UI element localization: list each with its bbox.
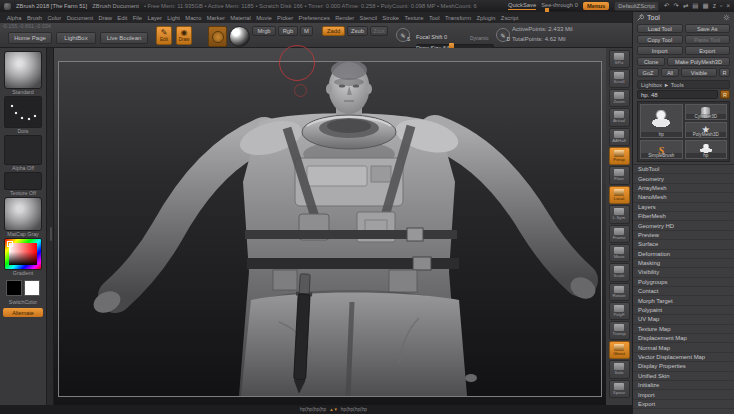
zoom-button[interactable]: Zoom — [609, 89, 630, 107]
subpalette-header[interactable]: Morph Target — [633, 296, 734, 305]
subpalette-header[interactable]: Preview — [633, 231, 734, 240]
goz-all-button[interactable]: All — [661, 68, 679, 77]
subpalette-header[interactable]: FiberMesh — [633, 212, 734, 221]
redo-icon[interactable]: ↷ — [673, 3, 678, 10]
current-brush-thumbnail[interactable] — [4, 51, 42, 89]
transp-button[interactable]: Transp — [609, 321, 630, 339]
subpalette-header[interactable]: Vector Displacement Map — [633, 353, 734, 362]
pen-pressure-size-button[interactable]: ✎S — [396, 28, 410, 42]
actual-button[interactable]: Actual — [609, 108, 630, 126]
menu-item[interactable]: Marker — [204, 15, 227, 21]
subpalette-header[interactable]: Normal Map — [633, 343, 734, 352]
menu-item[interactable]: Preferences — [296, 15, 333, 21]
grid-icon[interactable]: ▦ — [702, 3, 708, 10]
menu-item[interactable]: Texture — [402, 15, 426, 21]
gear-icon[interactable] — [723, 14, 730, 21]
m-button[interactable]: M — [300, 26, 313, 36]
undo-icon[interactable]: ↶ — [664, 3, 669, 10]
switch-color-button[interactable]: SwitchColor — [9, 299, 37, 306]
menu-item[interactable]: Material — [228, 15, 254, 21]
menus-button[interactable]: Menus — [583, 2, 609, 10]
subpalette-header[interactable]: Polygroups — [633, 278, 734, 287]
subpalette-header[interactable]: Visibility — [633, 268, 734, 277]
menu-item[interactable]: Zplugin — [474, 15, 498, 21]
tool-thumbnail-hp[interactable]: hp — [685, 140, 728, 159]
current-material-preview[interactable] — [229, 26, 250, 47]
tool-thumbnail-simplebrush[interactable]: S SimpleBrush — [640, 140, 683, 159]
floor-button[interactable]: Floor — [609, 166, 630, 184]
subpalette-header[interactable]: Deformation — [633, 250, 734, 259]
menu-item[interactable]: Layer — [145, 15, 165, 21]
panels-icon[interactable]: ▤ — [692, 3, 698, 10]
menu-item[interactable]: Macro — [183, 15, 204, 21]
close-window-icon[interactable]: × — [726, 3, 730, 10]
tool-palette-header[interactable]: Tool — [633, 12, 734, 23]
move3d-button[interactable]: Move — [609, 244, 630, 262]
edit-button[interactable]: ✎ Edit — [156, 26, 172, 45]
menu-item[interactable]: Draw — [96, 15, 115, 21]
menu-item[interactable]: Stencil — [357, 15, 380, 21]
sculptris-pro-button[interactable] — [208, 26, 227, 47]
subpalette-header[interactable]: Display Properties — [633, 362, 734, 371]
current-tool-thumbnail[interactable]: hp — [640, 104, 683, 138]
current-stroke-thumbnail[interactable] — [4, 96, 42, 128]
zsub-button[interactable]: Zsub — [347, 26, 368, 36]
z-intensity-slider[interactable]: Z Intensity 25 — [312, 38, 390, 47]
subpalette-header[interactable]: Layers — [633, 203, 734, 212]
subpalette-header[interactable]: Import — [633, 390, 734, 399]
menu-item[interactable]: Tool — [426, 15, 442, 21]
scale3d-button[interactable]: Scale — [609, 263, 630, 281]
subpalette-header[interactable]: Polypaint — [633, 306, 734, 315]
zoom-z-icon[interactable]: z — [713, 3, 716, 10]
dynamic-label[interactable]: Dynamic — [470, 36, 489, 41]
rgb-button[interactable]: Rgb — [278, 26, 298, 36]
color-picker[interactable] — [4, 238, 42, 270]
current-material-thumbnail[interactable] — [4, 197, 42, 231]
save-as-button[interactable]: Save As — [685, 24, 731, 33]
tray-divider[interactable] — [46, 48, 54, 405]
goz-button[interactable]: GoZ — [637, 68, 659, 77]
tool-name-field[interactable]: hp. 48 — [637, 90, 718, 99]
subpalette-header[interactable]: Texture Map — [633, 325, 734, 334]
subpalette-header[interactable]: Unified Skin — [633, 372, 734, 381]
spix-button[interactable]: SPix — [609, 50, 630, 68]
goz-r-button[interactable]: R — [719, 68, 730, 77]
subtool-up-down-arrows[interactable]: ▲▼ — [329, 407, 338, 412]
ghost-button[interactable]: Ghost — [609, 341, 630, 359]
menu-item[interactable]: Picker — [274, 15, 295, 21]
subpalette-header[interactable]: Surface — [633, 240, 734, 249]
current-texture-thumbnail[interactable] — [4, 172, 42, 190]
clone-button[interactable]: Clone — [637, 57, 665, 66]
menu-item[interactable]: Brush — [24, 15, 45, 21]
gradient-toggle[interactable]: Gradient — [13, 270, 33, 277]
zadd-button[interactable]: Zadd — [322, 26, 345, 36]
menu-item[interactable]: Alpha — [4, 15, 24, 21]
menu-item[interactable]: Document — [64, 15, 96, 21]
goz-visible-button[interactable]: Visible — [681, 68, 717, 77]
home-page-button[interactable]: Home Page — [8, 32, 52, 44]
make-polymesh3d-button[interactable]: Make PolyMesh3D — [667, 57, 730, 66]
import-button[interactable]: Import — [637, 46, 683, 55]
frame-button[interactable]: Frame — [609, 225, 630, 243]
subpalette-header[interactable]: UV Map — [633, 315, 734, 324]
menu-item[interactable]: Zscript — [498, 15, 521, 21]
subpalette-header[interactable]: ArrayMesh — [633, 184, 734, 193]
document-canvas[interactable] — [54, 48, 606, 405]
polyf-button[interactable]: PolyF — [609, 302, 630, 320]
menu-item[interactable]: Render — [332, 15, 356, 21]
alternate-button[interactable]: Alternate — [3, 308, 43, 317]
lightbox-tools-bar[interactable]: Lightbox ► Tools — [637, 80, 730, 89]
local-button[interactable]: Local — [609, 186, 630, 204]
zcut-button[interactable]: Zcut — [370, 26, 388, 36]
load-tool-button[interactable]: Load Tool — [637, 24, 683, 33]
subpalette-header[interactable]: Initialize — [633, 381, 734, 390]
subpalette-header[interactable]: NanoMesh — [633, 193, 734, 202]
subpalette-header[interactable]: Geometry HD — [633, 221, 734, 230]
solo-button[interactable]: Solo — [609, 360, 630, 378]
pen-pressure-intensity-button[interactable]: ✎D — [496, 28, 510, 42]
lightbox-button[interactable]: LightBox — [56, 32, 96, 44]
sculpt-model[interactable] — [59, 62, 601, 396]
paste-tool-button[interactable]: Paste Tool — [685, 35, 731, 44]
subpalette-header[interactable]: Geometry — [633, 174, 734, 183]
tool-rename-button[interactable]: R — [720, 90, 730, 99]
